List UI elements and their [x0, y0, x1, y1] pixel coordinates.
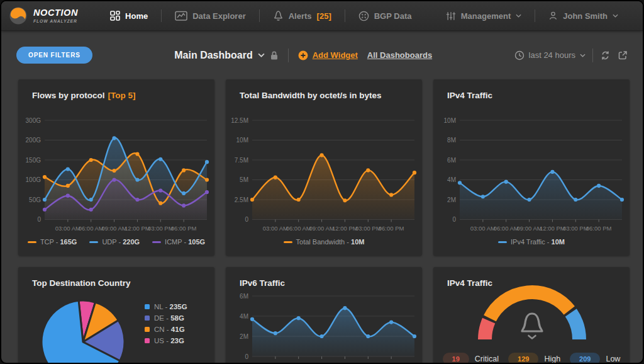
nav-alerts[interactable]: Alerts [25] — [260, 1, 345, 30]
data-point-marker[interactable] — [66, 167, 70, 171]
threshold-value-pill[interactable]: 129 — [508, 353, 538, 364]
widget-title: Top Destination Country — [32, 278, 131, 288]
total-bandwidth-chart[interactable]: 12.5M10M7.5M5M2.5M003:00 AM06:00 AM09:00… — [231, 113, 417, 239]
legend-item-TCP[interactable]: TCP - 165G — [28, 238, 77, 246]
legend-swatch — [145, 316, 150, 321]
alerts-bell-icon — [273, 10, 284, 21]
navbar: NOCTION FLOW ANALYZER Home Data Explorer — [1, 1, 643, 31]
data-point-marker[interactable] — [158, 188, 162, 192]
widget-title: IPv4 Traffic — [447, 91, 492, 100]
data-point-marker[interactable] — [158, 202, 162, 205]
pie-legend-item-DE[interactable]: DE - 58G — [145, 314, 187, 322]
x-axis-tick-label: 03:00 AM — [263, 361, 288, 364]
data-point-marker[interactable] — [66, 194, 70, 198]
data-point-marker[interactable] — [550, 170, 554, 174]
data-point-marker[interactable] — [297, 316, 301, 320]
time-range-label: last 24 hours — [529, 50, 575, 60]
threshold-value-pill[interactable]: 19 — [443, 353, 469, 364]
data-point-marker[interactable] — [458, 181, 462, 185]
data-point-marker[interactable] — [89, 208, 93, 212]
data-point-marker[interactable] — [319, 153, 323, 157]
data-point-marker[interactable] — [504, 180, 508, 184]
data-point-marker[interactable] — [597, 184, 601, 188]
widget-grid: Flows by protocol[Top 5] 300G200G150G100… — [18, 79, 628, 364]
data-point-marker[interactable] — [205, 178, 209, 181]
nav-home[interactable]: Home — [97, 1, 161, 30]
legend-swatch — [498, 241, 507, 243]
widget-title: IPv6 Traffic — [240, 278, 285, 288]
data-point-marker[interactable] — [182, 191, 186, 195]
pie-legend-item-CN[interactable]: CN - 41G — [145, 326, 187, 333]
data-point-marker[interactable] — [43, 208, 47, 212]
data-point-marker[interactable] — [319, 334, 323, 338]
data-point-marker[interactable] — [66, 184, 70, 188]
y-axis-tick-label: 2M — [240, 333, 248, 340]
data-point-marker[interactable] — [274, 176, 277, 179]
x-axis-tick-label: 06:00 AM — [494, 225, 519, 232]
legend-item-ICMP[interactable]: ICMP - 105G — [152, 238, 205, 246]
data-point-marker[interactable] — [89, 158, 93, 162]
nav-data-explorer[interactable]: Data Explorer — [162, 1, 259, 30]
data-point-marker[interactable] — [43, 175, 47, 179]
pie-legend-item-NL[interactable]: NL - 235G — [145, 303, 187, 310]
x-axis-tick-label: 03:00 PM — [355, 361, 381, 364]
data-point-marker[interactable] — [158, 157, 162, 161]
data-point-marker[interactable] — [250, 317, 254, 321]
legend-label: US - 23G — [154, 337, 184, 344]
x-axis-tick-label: 09:00 AM — [309, 361, 335, 364]
data-point-marker[interactable] — [274, 331, 277, 335]
legend-label: UDP - 220G — [102, 238, 140, 246]
data-point-marker[interactable] — [481, 195, 485, 198]
brand-logo[interactable]: NOCTION FLOW ANALYZER — [9, 6, 78, 25]
data-point-marker[interactable] — [389, 193, 393, 196]
nav-user-menu[interactable]: John Smith — [535, 1, 631, 30]
data-point-marker[interactable] — [205, 160, 209, 164]
legend-item-Total Bandwidth[interactable]: Total Bandwidth - 10M — [284, 238, 365, 246]
gauge-segment-Critical[interactable] — [485, 321, 489, 339]
data-point-marker[interactable] — [89, 198, 93, 202]
all-dashboards-link[interactable]: All Dashoboards — [367, 50, 432, 60]
data-point-marker[interactable] — [250, 198, 254, 202]
export-button[interactable] — [618, 50, 628, 60]
data-point-marker[interactable] — [43, 198, 47, 202]
data-point-marker[interactable] — [343, 306, 347, 310]
open-filters-button[interactable]: OPEN FILTERS — [16, 47, 92, 64]
ipv6-traffic-chart[interactable]: 6M4M2M003:00 AM06:00 AM09:00 AM12:00 PM0… — [231, 288, 417, 364]
ipv4-traffic-chart[interactable]: 10M8M6M4M2M003:00 AM06:00 AM09:00 AM12:0… — [438, 113, 625, 239]
dashboard-selector[interactable]: Main Dashboard — [174, 50, 278, 61]
data-point-marker[interactable] — [574, 198, 577, 202]
threshold-value-pill[interactable]: 209 — [570, 353, 600, 364]
data-point-marker[interactable] — [413, 171, 416, 174]
legend-item-UDP[interactable]: UDP - 220G — [89, 238, 140, 246]
time-range-selector[interactable]: last 24 hours — [514, 50, 586, 60]
data-point-marker[interactable] — [527, 198, 531, 202]
toolbar-divider — [288, 48, 289, 62]
data-point-marker[interactable] — [620, 198, 624, 202]
flows-by-protocol-chart[interactable]: 300G200G150G100G50G003:00 AM06:00 AM09:0… — [23, 113, 209, 239]
data-point-marker[interactable] — [205, 190, 209, 194]
data-point-marker[interactable] — [297, 198, 301, 202]
legend-label: CN - 41G — [154, 326, 185, 333]
x-axis-tick-label: 06:00 AM — [286, 225, 311, 232]
add-widget-button[interactable]: Add Widget — [298, 50, 358, 60]
nav-management[interactable]: Management — [433, 1, 535, 30]
data-point-marker[interactable] — [182, 203, 186, 207]
threshold-label: Critical — [475, 355, 499, 363]
data-point-marker[interactable] — [366, 168, 370, 172]
gauge-segment-Low[interactable] — [571, 312, 579, 339]
data-point-marker[interactable] — [343, 198, 347, 202]
pie-legend-item-US[interactable]: US - 23G — [145, 337, 187, 344]
data-point-marker[interactable] — [389, 321, 393, 324]
data-point-marker[interactable] — [135, 152, 139, 156]
data-point-marker[interactable] — [413, 334, 416, 338]
data-point-marker[interactable] — [112, 169, 116, 173]
data-point-marker[interactable] — [182, 168, 186, 172]
refresh-button[interactable] — [600, 50, 611, 60]
data-point-marker[interactable] — [135, 178, 139, 181]
data-point-marker[interactable] — [112, 136, 116, 140]
data-point-marker[interactable] — [112, 178, 116, 181]
legend-item-IPv4 Traffic[interactable]: IPv4 Traffic - 10M — [498, 238, 565, 246]
nav-bgp-data[interactable]: BGP Data — [345, 1, 425, 30]
data-point-marker[interactable] — [135, 198, 139, 202]
data-point-marker[interactable] — [366, 334, 370, 338]
